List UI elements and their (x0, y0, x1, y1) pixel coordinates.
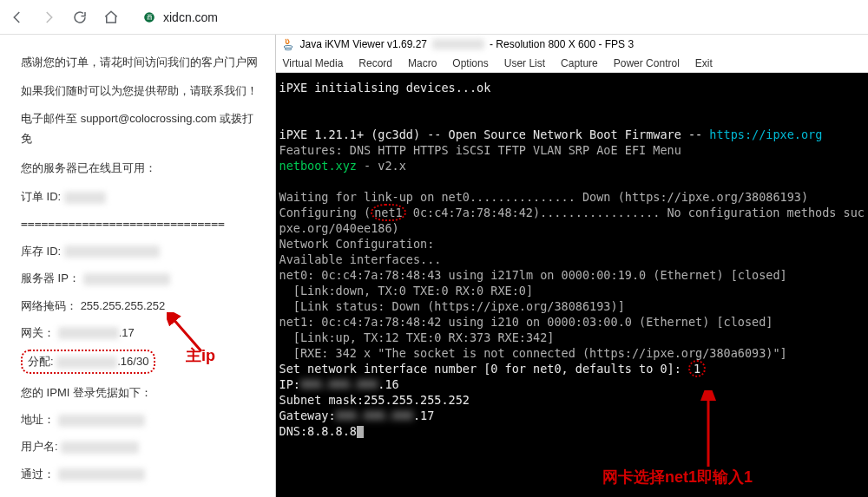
terminal-cursor (357, 426, 364, 438)
svg-point-3 (285, 48, 292, 49)
forward-button[interactable] (38, 7, 59, 28)
allocation-value: .16/30 (117, 355, 148, 368)
svg-text:西: 西 (147, 14, 153, 20)
menu-record[interactable]: Record (358, 57, 392, 69)
kvm-menubar: Virtual Media Record Macro Options User … (276, 54, 869, 73)
kvm-title-text: Java iKVM Viewer v1.69.27 (300, 38, 428, 50)
email-content: 感谢您的订单，请花时间访问我们的客户门户网 如果我们随时可以为您提供帮助，请联系… (0, 35, 275, 497)
menu-capture[interactable]: Capture (561, 57, 598, 69)
gateway-label: 网关： (21, 326, 55, 339)
support-email: support@colocrossing.com (81, 112, 217, 125)
menu-options[interactable]: Options (452, 57, 488, 69)
browser-toolbar: 西 xidcn.com (0, 0, 868, 35)
url-text: xidcn.com (163, 10, 218, 24)
menu-exit[interactable]: Exit (695, 57, 713, 69)
annotation-label-net1: 网卡选择net1即输入1 (602, 467, 753, 487)
menu-power-control[interactable]: Power Control (614, 57, 680, 69)
ipmi-header: 您的 IPMI 登录凭据如下： (21, 383, 260, 402)
menu-user-list[interactable]: User List (504, 57, 545, 69)
netmask-label: 网络掩码： (21, 299, 77, 312)
net1-highlight: net1 (371, 204, 406, 221)
server-ip-label: 服务器 IP： (21, 271, 80, 284)
terminal-output[interactable]: iPXE initialising devices...ok iPXE 1.21… (276, 73, 869, 497)
reload-button[interactable] (69, 7, 90, 28)
java-icon (281, 37, 295, 51)
allocation-row-highlight: 分配: .16/30 (21, 350, 155, 373)
menu-virtual-media[interactable]: Virtual Media (283, 57, 344, 69)
divider: ============================== (21, 213, 260, 233)
order-id-label: 订单 ID: (21, 190, 61, 203)
kvm-titlebar: Java iKVM Viewer v1.69.27 - Resolution 8… (276, 35, 869, 54)
back-button[interactable] (7, 7, 28, 28)
netmask-value: 255.255.255.252 (81, 299, 166, 312)
ipmi-user-label: 用户名: (21, 440, 58, 453)
address-bar[interactable]: 西 xidcn.com (142, 10, 218, 24)
ipmi-pass-label: 通过： (21, 468, 55, 481)
ipmi-address-label: 地址： (21, 413, 55, 426)
site-lock-icon: 西 (142, 10, 156, 24)
input-1-highlight: 1 (688, 360, 706, 377)
home-button[interactable] (101, 7, 122, 28)
allocation-label: 分配: (28, 355, 54, 368)
annotation-label-main-ip: 主ip (186, 345, 215, 366)
kvm-window: Java iKVM Viewer v1.69.27 - Resolution 8… (275, 35, 869, 497)
stock-id-label: 库存 ID: (21, 245, 61, 258)
menu-macro[interactable]: Macro (408, 57, 437, 69)
greeting-line: 感谢您的订单，请花时间访问我们的客户门户网 (21, 52, 260, 72)
